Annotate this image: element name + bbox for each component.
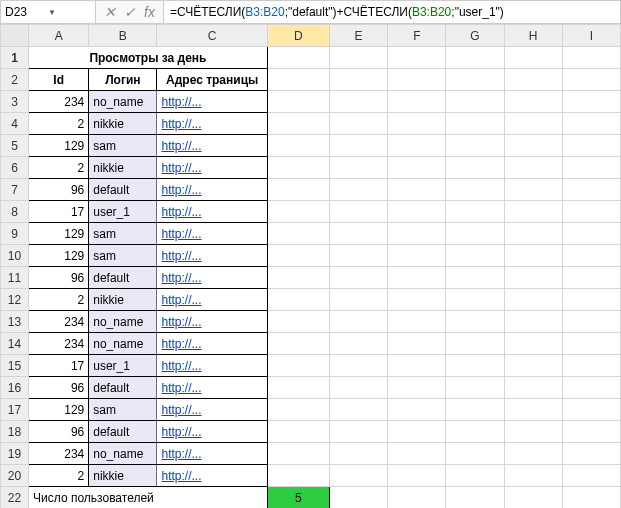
fx-icon[interactable]: fx bbox=[144, 4, 155, 20]
col-header-G[interactable]: G bbox=[446, 25, 504, 47]
name-box-value: D23 bbox=[5, 5, 46, 19]
cell-link[interactable]: http://... bbox=[157, 201, 267, 223]
cell-login[interactable]: default bbox=[89, 179, 157, 201]
row-header[interactable]: 6 bbox=[1, 157, 29, 179]
cell-id[interactable]: 2 bbox=[29, 289, 89, 311]
cell-login[interactable]: sam bbox=[89, 399, 157, 421]
row-header[interactable]: 15 bbox=[1, 355, 29, 377]
cell-login[interactable]: sam bbox=[89, 135, 157, 157]
row-header[interactable]: 4 bbox=[1, 113, 29, 135]
cell-id[interactable]: 234 bbox=[29, 333, 89, 355]
col-header-H[interactable]: H bbox=[504, 25, 562, 47]
cell-id[interactable]: 96 bbox=[29, 421, 89, 443]
cell-login[interactable]: sam bbox=[89, 223, 157, 245]
header-id[interactable]: Id bbox=[29, 69, 89, 91]
cell-login[interactable]: no_name bbox=[89, 311, 157, 333]
formula-text: =СЧЁТЕСЛИ(B3:B20;"default")+СЧЁТЕСЛИ(B3:… bbox=[170, 5, 504, 19]
cell-link[interactable]: http://... bbox=[157, 157, 267, 179]
row-header[interactable]: 8 bbox=[1, 201, 29, 223]
cell-login[interactable]: user_1 bbox=[89, 201, 157, 223]
cell-login[interactable]: default bbox=[89, 421, 157, 443]
cell-link[interactable]: http://... bbox=[157, 377, 267, 399]
row-header[interactable]: 11 bbox=[1, 267, 29, 289]
cell-id[interactable]: 129 bbox=[29, 245, 89, 267]
cell-login[interactable]: sam bbox=[89, 245, 157, 267]
cell-id[interactable]: 96 bbox=[29, 377, 89, 399]
cell-login[interactable]: default bbox=[89, 267, 157, 289]
cell-login[interactable]: no_name bbox=[89, 443, 157, 465]
summary-value-users[interactable]: 5 bbox=[267, 487, 329, 509]
select-all-corner[interactable] bbox=[1, 25, 29, 47]
cell-link[interactable]: http://... bbox=[157, 245, 267, 267]
row-header[interactable]: 17 bbox=[1, 399, 29, 421]
cell-link[interactable]: http://... bbox=[157, 267, 267, 289]
cell-link[interactable]: http://... bbox=[157, 399, 267, 421]
col-header-B[interactable]: B bbox=[89, 25, 157, 47]
cell-id[interactable]: 17 bbox=[29, 355, 89, 377]
col-header-I[interactable]: I bbox=[562, 25, 620, 47]
cell-login[interactable]: no_name bbox=[89, 91, 157, 113]
cell-login[interactable]: nikkie bbox=[89, 113, 157, 135]
cell-link[interactable]: http://... bbox=[157, 443, 267, 465]
row-header[interactable]: 7 bbox=[1, 179, 29, 201]
name-box[interactable]: D23 ▼ bbox=[1, 1, 96, 23]
cell-link[interactable]: http://... bbox=[157, 355, 267, 377]
header-page[interactable]: Адрес траницы bbox=[157, 69, 267, 91]
row-header[interactable]: 22 bbox=[1, 487, 29, 509]
header-login[interactable]: Логин bbox=[89, 69, 157, 91]
cell-id[interactable]: 234 bbox=[29, 443, 89, 465]
cell-link[interactable]: http://... bbox=[157, 223, 267, 245]
row-header[interactable]: 12 bbox=[1, 289, 29, 311]
cell-link[interactable]: http://... bbox=[157, 333, 267, 355]
cell-login[interactable]: no_name bbox=[89, 333, 157, 355]
row-header[interactable]: 3 bbox=[1, 91, 29, 113]
cell-id[interactable]: 129 bbox=[29, 135, 89, 157]
row-header[interactable]: 16 bbox=[1, 377, 29, 399]
col-header-D[interactable]: D bbox=[267, 25, 329, 47]
title-cell[interactable]: Просмотры за день bbox=[29, 47, 268, 69]
name-box-dropdown-icon[interactable]: ▼ bbox=[46, 8, 91, 17]
spreadsheet-grid[interactable]: A B C D E F G H I 1 Просмотры за день 2 … bbox=[0, 24, 621, 508]
cell-id[interactable]: 96 bbox=[29, 267, 89, 289]
row-header[interactable]: 10 bbox=[1, 245, 29, 267]
col-header-C[interactable]: C bbox=[157, 25, 267, 47]
cell-id[interactable]: 2 bbox=[29, 465, 89, 487]
cell-login[interactable]: user_1 bbox=[89, 355, 157, 377]
row-header[interactable]: 13 bbox=[1, 311, 29, 333]
row-header[interactable]: 14 bbox=[1, 333, 29, 355]
row-header[interactable]: 2 bbox=[1, 69, 29, 91]
cell-id[interactable]: 129 bbox=[29, 399, 89, 421]
cell-link[interactable]: http://... bbox=[157, 113, 267, 135]
cell-id[interactable]: 2 bbox=[29, 113, 89, 135]
summary-label-users[interactable]: Число пользователей bbox=[29, 487, 268, 509]
cell-login[interactable]: nikkie bbox=[89, 289, 157, 311]
cancel-icon[interactable]: ✕ bbox=[104, 4, 116, 20]
row-header[interactable]: 9 bbox=[1, 223, 29, 245]
row-header[interactable]: 20 bbox=[1, 465, 29, 487]
cell-link[interactable]: http://... bbox=[157, 135, 267, 157]
cell-login[interactable]: nikkie bbox=[89, 157, 157, 179]
row-header[interactable]: 19 bbox=[1, 443, 29, 465]
row-header[interactable]: 5 bbox=[1, 135, 29, 157]
cell-id[interactable]: 129 bbox=[29, 223, 89, 245]
cell-link[interactable]: http://... bbox=[157, 311, 267, 333]
formula-input[interactable]: =СЧЁТЕСЛИ(B3:B20;"default")+СЧЁТЕСЛИ(B3:… bbox=[164, 1, 620, 23]
cell-id[interactable]: 96 bbox=[29, 179, 89, 201]
cell-id[interactable]: 234 bbox=[29, 91, 89, 113]
cell-id[interactable]: 2 bbox=[29, 157, 89, 179]
cell-link[interactable]: http://... bbox=[157, 91, 267, 113]
col-header-E[interactable]: E bbox=[330, 25, 388, 47]
accept-icon[interactable]: ✓ bbox=[124, 4, 136, 20]
cell-id[interactable]: 234 bbox=[29, 311, 89, 333]
col-header-A[interactable]: A bbox=[29, 25, 89, 47]
cell-link[interactable]: http://... bbox=[157, 421, 267, 443]
cell-id[interactable]: 17 bbox=[29, 201, 89, 223]
cell-link[interactable]: http://... bbox=[157, 465, 267, 487]
cell-login[interactable]: nikkie bbox=[89, 465, 157, 487]
cell-link[interactable]: http://... bbox=[157, 289, 267, 311]
col-header-F[interactable]: F bbox=[388, 25, 446, 47]
row-header[interactable]: 18 bbox=[1, 421, 29, 443]
row-header[interactable]: 1 bbox=[1, 47, 29, 69]
cell-login[interactable]: default bbox=[89, 377, 157, 399]
cell-link[interactable]: http://... bbox=[157, 179, 267, 201]
